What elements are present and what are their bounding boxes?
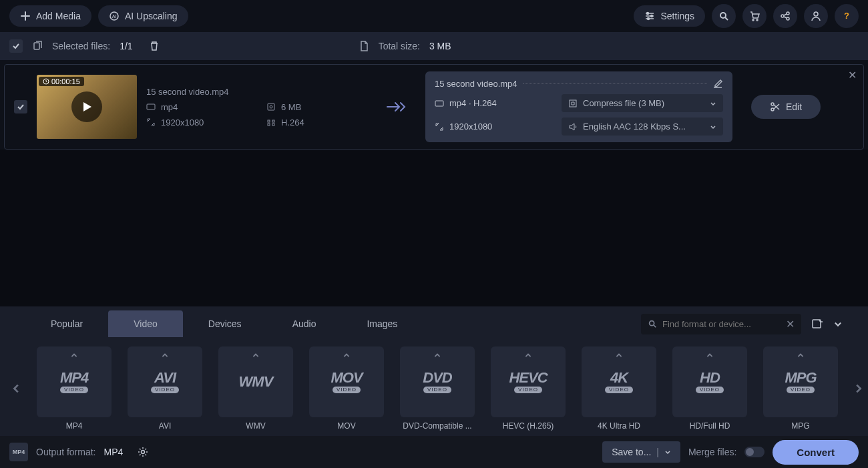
- tab-popular[interactable]: Popular: [25, 310, 108, 337]
- tab-devices[interactable]: Devices: [183, 310, 267, 337]
- format-card-label: DVD-Compatible ...: [398, 421, 477, 431]
- disk-icon: [266, 102, 276, 111]
- remove-file-button[interactable]: ✕: [848, 69, 857, 81]
- chevron-up-icon: [615, 352, 623, 360]
- convert-button[interactable]: Convert: [773, 440, 859, 465]
- tab-audio[interactable]: Audio: [267, 310, 342, 337]
- add-custom-icon: [811, 318, 823, 330]
- file-checkbox[interactable]: [14, 100, 27, 113]
- format-card-label: HEVC (H.265): [489, 421, 568, 431]
- total-size-label: Total size:: [379, 41, 420, 51]
- share-button[interactable]: [773, 4, 797, 28]
- resolution-icon: [146, 118, 156, 127]
- format-card-dvd-compatible-[interactable]: DVD VIDEO: [400, 346, 475, 417]
- edit-button[interactable]: Edit: [751, 95, 821, 119]
- ai-icon: AI: [109, 11, 120, 21]
- svg-rect-19: [272, 120, 274, 122]
- formats-next-button[interactable]: [852, 379, 864, 398]
- format-card-mov[interactable]: MOV VIDEO: [309, 346, 384, 417]
- format-card-mpg[interactable]: MPG VIDEO: [763, 346, 838, 417]
- clear-search-button[interactable]: ✕: [786, 318, 795, 330]
- merge-files-label: Merge files:: [688, 447, 736, 457]
- add-media-button[interactable]: Add Media: [9, 5, 91, 27]
- svg-point-17: [270, 105, 272, 108]
- convert-arrow-icon: [386, 100, 406, 113]
- svg-point-8: [781, 15, 784, 17]
- svg-point-4: [648, 18, 650, 20]
- format-card-label: MOV: [307, 421, 386, 431]
- help-button[interactable]: ?: [835, 4, 859, 28]
- chevron-right-icon: [852, 383, 864, 395]
- play-button[interactable]: [71, 91, 102, 122]
- cart-button[interactable]: [742, 4, 767, 28]
- check-icon: [12, 42, 20, 50]
- delete-button[interactable]: [142, 34, 166, 58]
- selected-files-label: Selected files:: [52, 41, 110, 51]
- source-filename: 15 second video.mp4: [146, 87, 367, 97]
- duration-badge: 00:00:15: [39, 77, 84, 86]
- duration-value: 00:00:15: [51, 77, 80, 85]
- format-card-label: AVI: [126, 421, 204, 431]
- add-format-button[interactable]: [805, 312, 829, 336]
- chevron-up-icon: [343, 352, 351, 360]
- format-card-avi[interactable]: AVI VIDEO: [128, 346, 202, 417]
- output-format-icon: MP4: [9, 443, 28, 461]
- format-card-label: 4K Ultra HD: [580, 421, 658, 431]
- svg-point-26: [650, 321, 654, 326]
- source-size: 6 MB: [281, 102, 301, 112]
- svg-point-28: [142, 451, 145, 454]
- ai-upscaling-label: AI Upscaling: [125, 11, 178, 21]
- format-search-input[interactable]: [662, 319, 781, 329]
- video-thumbnail[interactable]: 00:00:15: [37, 75, 137, 139]
- format-card-label: HD/Full HD: [670, 421, 749, 431]
- source-codec: H.264: [281, 118, 304, 128]
- search-button[interactable]: [712, 4, 736, 28]
- output-format: mp4 · H.264: [449, 98, 497, 108]
- resolution-icon: [435, 122, 444, 132]
- compress-icon: [568, 99, 578, 108]
- tab-video[interactable]: Video: [108, 310, 183, 337]
- format-card-label: MP4: [35, 421, 114, 431]
- output-settings-button[interactable]: [131, 440, 155, 464]
- plus-icon: [20, 11, 31, 21]
- account-button[interactable]: [804, 4, 828, 28]
- cart-icon: [749, 11, 760, 21]
- svg-rect-16: [268, 103, 274, 110]
- codec-icon: [266, 118, 276, 127]
- format-card-wmv[interactable]: WMV: [218, 346, 293, 417]
- file-item: ✕ 00:00:15 15 second video.mp4 mp4 6 MB …: [4, 64, 864, 150]
- svg-text:?: ?: [844, 11, 849, 21]
- format-card-hd-full-hd[interactable]: HD VIDEO: [672, 346, 747, 417]
- chevron-down-icon[interactable]: [833, 319, 843, 328]
- svg-point-9: [787, 12, 789, 15]
- chevron-down-icon: [710, 100, 716, 107]
- compress-label: Compress file (3 MB): [583, 98, 704, 108]
- chevron-left-icon: [11, 383, 23, 395]
- add-media-label: Add Media: [36, 11, 81, 21]
- total-size-value: 3 MB: [429, 41, 451, 51]
- speaker-icon: [568, 122, 578, 132]
- output-filename: 15 second video.mp4: [435, 79, 517, 89]
- chevron-up-icon: [70, 352, 78, 360]
- chevron-up-icon: [161, 352, 169, 360]
- rename-icon[interactable]: [712, 78, 723, 89]
- format-icon: [146, 102, 156, 111]
- format-card-4k-ultra-hd[interactable]: 4K VIDEO: [582, 346, 656, 417]
- format-card-mp4[interactable]: MP4 VIDEO: [37, 346, 112, 417]
- copy-icon: [32, 41, 43, 51]
- formats-prev-button[interactable]: [11, 379, 23, 398]
- format-card-hevc-h-265-[interactable]: HEVC VIDEO: [491, 346, 566, 417]
- source-format: mp4: [161, 102, 178, 112]
- compress-select[interactable]: Compress file (3 MB): [562, 94, 723, 112]
- svg-rect-15: [147, 104, 155, 109]
- settings-button[interactable]: Settings: [634, 5, 705, 27]
- chevron-down-icon: [710, 124, 716, 130]
- tab-images[interactable]: Images: [341, 310, 423, 337]
- search-icon: [648, 319, 657, 328]
- merge-files-toggle[interactable]: [744, 447, 765, 457]
- save-to-button[interactable]: Save to... |: [602, 441, 680, 463]
- ai-upscaling-button[interactable]: AI AI Upscaling: [98, 5, 188, 27]
- select-all-checkbox[interactable]: [9, 39, 23, 53]
- audio-select[interactable]: English AAC 128 Kbps S...: [562, 118, 723, 136]
- clock-icon: [43, 78, 49, 85]
